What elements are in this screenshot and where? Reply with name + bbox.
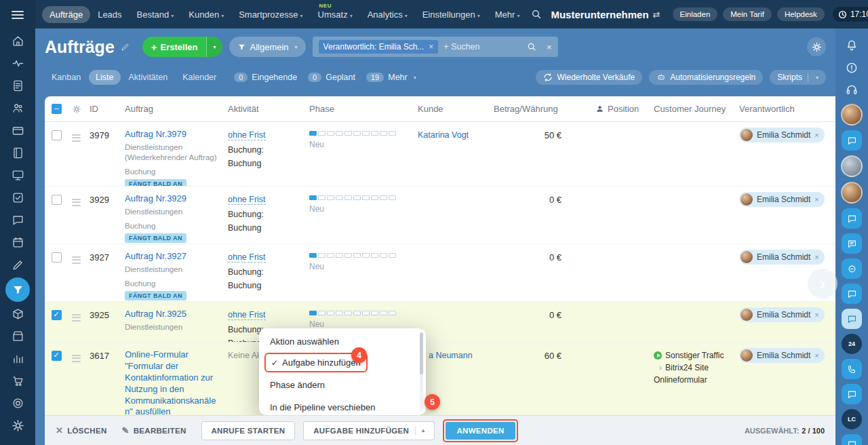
- announcement-icon[interactable]: [843, 59, 861, 77]
- messenger-channel-icon[interactable]: [842, 434, 862, 445]
- table-row[interactable]: 3979 Auftrag Nr.3979 Dienstleistungen (W…: [45, 122, 835, 187]
- col-aktivitaet[interactable]: Aktivität: [224, 104, 305, 114]
- drag-handle[interactable]: [72, 310, 81, 323]
- settings-icon[interactable]: [6, 416, 29, 435]
- chat-icon[interactable]: [842, 130, 862, 151]
- edit-button[interactable]: ✎BEARBEITEN: [122, 425, 186, 436]
- col-verantwortlich[interactable]: Verantwortlich: [735, 104, 835, 114]
- messenger-channel-icon[interactable]: [842, 284, 862, 304]
- tasks-icon[interactable]: [6, 188, 29, 207]
- nav-einstellungen[interactable]: Einstellungen▾: [415, 6, 488, 23]
- marketing-icon[interactable]: [6, 393, 29, 412]
- drag-handle[interactable]: [72, 195, 81, 208]
- calendar-icon[interactable]: [6, 233, 29, 252]
- row-checkbox[interactable]: [52, 252, 62, 263]
- customer-link[interactable]: Katarina Vogt: [418, 130, 469, 140]
- documents-icon[interactable]: [6, 76, 29, 95]
- counter-geplant[interactable]: 0Geplant: [308, 73, 355, 82]
- order-link[interactable]: Auftrag Nr.3979: [125, 129, 186, 140]
- order-link[interactable]: Auftrag Nr.3925: [125, 309, 186, 320]
- company-name[interactable]: Musterunternehmen: [551, 9, 648, 20]
- messenger-channel-icon[interactable]: [842, 384, 862, 404]
- payments-icon[interactable]: [6, 121, 29, 140]
- create-button[interactable]: +Erstellen ▾: [142, 37, 222, 57]
- invoices-icon[interactable]: [6, 143, 29, 162]
- col-kunde[interactable]: Kunde: [414, 104, 490, 114]
- responsible-chip[interactable]: Emilia Schmidt×: [739, 307, 825, 322]
- col-customer-journey[interactable]: Customer Journey: [650, 104, 735, 114]
- start-calls-button[interactable]: ANRUFE STARTEN: [201, 421, 296, 440]
- table-row[interactable]: 3929 Auftrag Nr.3929 Dienstleistungen Bu…: [45, 187, 835, 244]
- nav-bestand[interactable]: Bestand▾: [130, 6, 182, 23]
- columns-settings-icon[interactable]: [72, 104, 81, 114]
- table-row[interactable]: 3927 Auftrag Nr.3927 Dienstleistungen Bu…: [45, 244, 835, 302]
- remove-filter-icon[interactable]: ×: [429, 42, 433, 52]
- contacts-icon[interactable]: [6, 98, 29, 117]
- responsible-chip[interactable]: Emilia Schmidt×: [739, 192, 825, 207]
- telephony-icon[interactable]: [842, 359, 862, 379]
- sites-icon[interactable]: [6, 326, 29, 345]
- responsible-chip[interactable]: Emilia Schmidt×: [739, 128, 825, 142]
- remove-icon[interactable]: ×: [814, 131, 818, 139]
- col-id[interactable]: ID: [85, 104, 121, 114]
- activity-link[interactable]: ohne Frist: [228, 195, 266, 205]
- popup-scrollbar-thumb[interactable]: [420, 332, 423, 374]
- shop-icon[interactable]: [6, 371, 29, 390]
- nav-mehr[interactable]: Mehr▾: [488, 6, 528, 23]
- messenger-icon[interactable]: [6, 210, 29, 229]
- drag-handle[interactable]: [72, 130, 81, 143]
- row-checkbox[interactable]: [52, 195, 62, 205]
- nav-leads[interactable]: Leads: [90, 6, 129, 23]
- switch-company-icon[interactable]: ⇄: [653, 9, 660, 20]
- drag-handle[interactable]: [72, 351, 81, 364]
- presentation-icon[interactable]: [6, 166, 29, 185]
- automation-rules-button[interactable]: Automatisierungsregeln: [649, 70, 763, 85]
- col-phase[interactable]: Phase: [305, 104, 414, 114]
- add-task-dropdown-button[interactable]: AUFGABE HINZUFÜGEN▴: [303, 421, 435, 440]
- sign-icon[interactable]: [6, 255, 29, 274]
- tab-liste[interactable]: Liste: [89, 70, 120, 85]
- tab-aktivitaeten[interactable]: Aktivitäten: [122, 70, 175, 85]
- row-checkbox[interactable]: [52, 351, 62, 361]
- col-position[interactable]: Position: [591, 104, 650, 114]
- responsible-chip[interactable]: Emilia Schmidt×: [739, 250, 825, 265]
- scripts-button[interactable]: Skripts ▾: [770, 70, 826, 85]
- table-row[interactable]: 3925 Auftrag Nr.3925 Dienstleistungen oh…: [45, 302, 835, 343]
- clear-search-icon[interactable]: ×: [547, 42, 552, 52]
- customer-link[interactable]: a Neumann: [429, 351, 473, 360]
- filter-search-bar[interactable]: Verantwortlich: Emilia Sch...× + Suchen …: [313, 37, 558, 57]
- crm-icon[interactable]: [5, 277, 30, 302]
- tab-kalender[interactable]: Kalender: [176, 70, 223, 85]
- phase-progress[interactable]: [309, 195, 408, 200]
- row-checkbox[interactable]: [52, 130, 62, 140]
- expand-panel-button[interactable]: ›: [808, 269, 837, 298]
- drag-handle[interactable]: [72, 252, 81, 265]
- order-link[interactable]: Online-Formular "Formular der Kontaktinf…: [125, 349, 218, 415]
- helpdesk-button[interactable]: Helpdesk: [777, 7, 825, 21]
- counter-eingehende[interactable]: 0Eingehende: [234, 73, 297, 82]
- nav-smartprozesse[interactable]: Smartprozesse▾: [231, 6, 310, 23]
- search-icon[interactable]: [527, 42, 537, 52]
- table-row[interactable]: 3617 Online-Formular "Formular der Konta…: [45, 343, 835, 415]
- app-icon[interactable]: 24: [842, 334, 862, 354]
- popup-item-change-phase[interactable]: Phase ändern: [259, 374, 426, 396]
- phase-progress[interactable]: [309, 131, 408, 136]
- tariff-button[interactable]: Mein Tarif: [723, 7, 772, 21]
- warehouse-icon[interactable]: [6, 304, 29, 323]
- support-headset-icon[interactable]: [843, 81, 861, 99]
- search-input[interactable]: + Suchen: [443, 42, 521, 52]
- live-feed-icon[interactable]: [6, 54, 29, 73]
- remove-icon[interactable]: ×: [814, 253, 818, 261]
- nav-kunden[interactable]: Kunden▾: [181, 6, 231, 23]
- nav-analytics[interactable]: Analytics▾: [360, 6, 415, 23]
- notifications-bell-icon[interactable]: [843, 37, 861, 54]
- activity-link[interactable]: ohne Frist: [228, 252, 266, 263]
- create-dropdown-caret[interactable]: ▾: [206, 37, 222, 57]
- order-link[interactable]: Auftrag Nr.3929: [125, 193, 186, 205]
- filter-chip[interactable]: Verantwortlich: Emilia Sch...×: [319, 40, 439, 54]
- delete-button[interactable]: ✕LÖSCHEN: [56, 425, 107, 436]
- edit-title-icon[interactable]: [121, 42, 130, 52]
- phase-progress[interactable]: [309, 311, 408, 315]
- col-auftrag[interactable]: Auftrag: [121, 104, 224, 114]
- open-channel-icon[interactable]: [842, 309, 862, 329]
